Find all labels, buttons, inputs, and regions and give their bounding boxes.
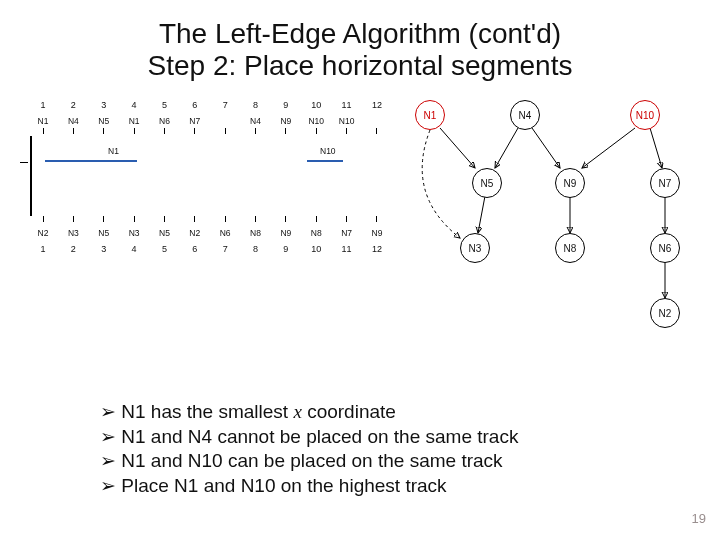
ruler-num: 8 xyxy=(247,244,265,254)
ruler-num: 3 xyxy=(95,100,113,110)
title-line-1: The Left-Edge Algorithm (cont'd) xyxy=(0,18,720,50)
segment-label-n10: N10 xyxy=(320,146,336,156)
ruler-num: 8 xyxy=(247,100,265,110)
net-label: N10 xyxy=(338,116,356,126)
graph-edges xyxy=(410,100,700,330)
segment-n10 xyxy=(307,160,343,162)
net-label: N6 xyxy=(155,116,173,126)
net-label: N6 xyxy=(216,228,234,238)
ruler-num: 11 xyxy=(338,100,356,110)
net-label: N9 xyxy=(368,228,386,238)
ruler-num: 7 xyxy=(216,244,234,254)
net-label: N1 xyxy=(125,116,143,126)
channel-tracks: N1 N10 xyxy=(30,136,390,216)
title-line-2: Step 2: Place horizontal segments xyxy=(0,50,720,82)
net-label: N7 xyxy=(338,228,356,238)
ruler-num: 1 xyxy=(34,100,52,110)
bottom-ruler: 1 2 3 4 5 6 7 8 9 10 11 12 xyxy=(30,244,390,254)
ruler-num: 12 xyxy=(368,100,386,110)
net-label: N10 xyxy=(307,116,325,126)
net-label: N1 xyxy=(34,116,52,126)
ruler-num: 4 xyxy=(125,244,143,254)
top-ruler: 1 2 3 4 5 6 7 8 9 10 11 12 xyxy=(30,100,390,110)
ruler-num: 2 xyxy=(64,244,82,254)
page-number: 19 xyxy=(692,511,706,526)
net-label xyxy=(368,116,386,126)
ruler-num: 6 xyxy=(186,100,204,110)
svg-line-0 xyxy=(440,128,475,168)
segment-label-n1: N1 xyxy=(108,146,119,156)
bullet-item: Place N1 and N10 on the highest track xyxy=(100,474,518,499)
ruler-num: 3 xyxy=(95,244,113,254)
segment-n1 xyxy=(45,160,137,162)
svg-line-1 xyxy=(495,128,518,168)
net-label: N5 xyxy=(95,228,113,238)
top-ticks xyxy=(30,128,390,134)
bullet-item: N1 has the smallest x coordinate xyxy=(100,400,518,425)
constraint-graph: N1 N4 N10 N5 N9 N7 N3 N8 N6 N2 xyxy=(410,100,700,330)
net-label: N3 xyxy=(64,228,82,238)
ruler-num: 11 xyxy=(338,244,356,254)
ruler-num: 5 xyxy=(155,100,173,110)
svg-line-2 xyxy=(532,128,560,168)
net-label: N4 xyxy=(64,116,82,126)
svg-line-5 xyxy=(478,196,485,233)
net-label: N4 xyxy=(247,116,265,126)
net-label: N2 xyxy=(34,228,52,238)
net-label: N8 xyxy=(307,228,325,238)
ruler-num: 4 xyxy=(125,100,143,110)
bottom-net-labels: N2 N3 N5 N3 N5 N2 N6 N8 N9 N8 N7 N9 xyxy=(30,228,390,238)
net-label: N9 xyxy=(277,116,295,126)
net-label: N3 xyxy=(125,228,143,238)
bullet-item: N1 and N4 cannot be placed on the same t… xyxy=(100,425,518,450)
ruler-num: 10 xyxy=(307,100,325,110)
bullet-list: N1 has the smallest x coordinate N1 and … xyxy=(100,400,518,499)
track-marker xyxy=(20,162,28,163)
ruler-num: 5 xyxy=(155,244,173,254)
net-label: N9 xyxy=(277,228,295,238)
net-label: N7 xyxy=(186,116,204,126)
ruler-num: 7 xyxy=(216,100,234,110)
bullet-item: N1 and N10 can be placed on the same tra… xyxy=(100,449,518,474)
net-label: N8 xyxy=(247,228,265,238)
net-label: N5 xyxy=(95,116,113,126)
net-label xyxy=(216,116,234,126)
ruler-num: 12 xyxy=(368,244,386,254)
ruler-num: 1 xyxy=(34,244,52,254)
slide-title: The Left-Edge Algorithm (cont'd) Step 2:… xyxy=(0,0,720,82)
channel-diagram: 1 2 3 4 5 6 7 8 9 10 11 12 N1 N4 N5 N1 N… xyxy=(30,100,390,330)
svg-line-4 xyxy=(650,128,662,168)
ruler-num: 6 xyxy=(186,244,204,254)
top-net-labels: N1 N4 N5 N1 N6 N7 N4 N9 N10 N10 xyxy=(30,116,390,126)
ruler-num: 9 xyxy=(277,244,295,254)
net-label: N2 xyxy=(186,228,204,238)
ruler-num: 10 xyxy=(307,244,325,254)
svg-line-3 xyxy=(582,128,635,168)
ruler-num: 2 xyxy=(64,100,82,110)
net-label: N5 xyxy=(155,228,173,238)
ruler-num: 9 xyxy=(277,100,295,110)
slide: The Left-Edge Algorithm (cont'd) Step 2:… xyxy=(0,0,720,540)
bottom-ticks xyxy=(30,216,390,222)
content-row: 1 2 3 4 5 6 7 8 9 10 11 12 N1 N4 N5 N1 N… xyxy=(0,82,720,342)
